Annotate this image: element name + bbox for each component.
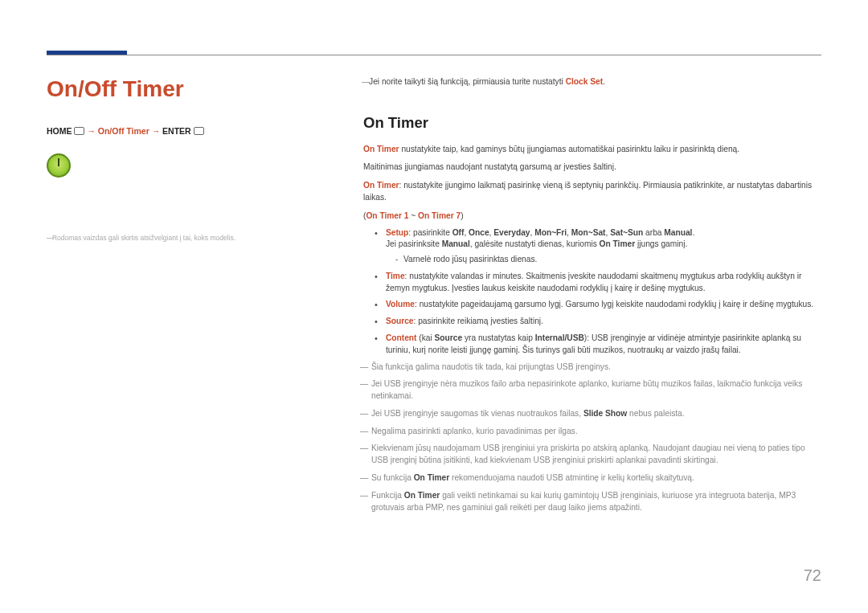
text: , galėsite nustatyti dienas, kuriomis [470,239,600,248]
text: yra nustatytas kaip [462,333,535,342]
breadcrumb-arrow: → [152,126,162,136]
breadcrumb-arrow: → [87,126,97,136]
note-item: Jei USB įrenginyje nėra muzikos failo ar… [363,378,821,403]
opt-monsat: Mon~Sat [571,228,606,237]
slideshow-label: Slide Show [583,409,627,418]
text: įjungs gaminį. [635,239,687,248]
intro-paragraph: On Timer: nustatykite įjungimo laikmatį … [363,180,821,204]
setup-label: Setup [386,228,408,237]
right-column: Jei norite taikyti šią funkciją, pirmiau… [363,76,821,519]
opt-manual: Manual [664,228,692,237]
text: ~ [408,211,418,220]
on-timer-label: On Timer [600,239,636,248]
intro-paragraph: Maitinimas įjungiamas naudojant nustatyt… [363,161,821,174]
intro-paragraph: On Timer nustatykite taip, kad gaminys b… [363,144,821,156]
note-item: Su funkcija On Timer rekomenduojama naud… [363,472,821,484]
note-item: Negalima pasirinkti aplanko, kurio pavad… [363,426,821,438]
breadcrumb-enter: ENTER [162,126,191,136]
clock-set-label: Clock Set [566,77,603,86]
content-item: Content (kai Source yra nustatytas kaip … [378,333,821,357]
text: Su funkcija [371,473,414,482]
source-item: Source: pasirinkite reikiamą įvesties ša… [378,316,821,328]
breadcrumb-home: HOME [47,126,72,136]
on-timer-1-label: On Timer 1 [366,211,408,220]
model-disclaimer: Rodomas vaizdas gali skirtis atsižvelgia… [47,234,320,242]
enter-icon [194,127,204,135]
breadcrumb: HOME → On/Off Timer → ENTER [47,126,320,136]
left-column: On/Off Timer HOME → On/Off Timer → ENTER… [47,76,320,242]
section-heading: On Timer [363,112,821,134]
text: arba [643,228,664,237]
time-label: Time [386,272,405,280]
time-item: Time: nustatykite valandas ir minutes. S… [378,271,821,295]
content-label: Content [386,333,416,342]
option-list: Setup: pasirinkite Off, Once, Everyday, … [378,227,821,357]
text: : nustatykite pageidaujamą garsumo lygį.… [415,300,813,309]
text: Funkcija [371,491,404,500]
home-icon [74,127,84,135]
opt-monfri: Mon~Fri [534,228,567,237]
opt-satsun: Sat~Sun [610,228,643,237]
text: nebus paleista. [627,409,684,418]
note-item: Šia funkcija galima naudotis tik tada, k… [363,362,821,374]
on-timer-7-label: On Timer 7 [418,211,461,220]
opt-everyday: Everyday [493,228,530,237]
opt-off: Off [452,228,465,237]
source-label: Source [435,333,463,342]
text: Jei pasirinksite [386,239,442,248]
page-title: On/Off Timer [47,76,320,102]
notes-list: Šia funkcija galima naudotis tik tada, k… [363,362,821,514]
text: . [603,77,605,86]
text: : pasirinkite [408,228,452,237]
note-item: Jei USB įrenginyje saugomas tik vienas n… [363,408,821,420]
breadcrumb-onofftimer: On/Off Timer [98,126,149,136]
source-label: Source [386,317,414,325]
text: . [692,228,694,237]
note-item: Kiekvienam jūsų naudojamam USB įrenginiu… [363,443,821,467]
page-number: 72 [804,566,821,585]
internal-usb-label: Internal/USB [535,333,584,342]
on-timer-label: On Timer [363,181,399,190]
timer-dial-icon [47,153,71,178]
text: Jei USB įrenginyje saugomas tik vienas n… [371,409,583,418]
on-timer-label: On Timer [404,491,440,500]
volume-label: Volume [386,300,415,309]
opt-once: Once [469,228,489,237]
volume-item: Volume: nustatykite pageidaujamą garsumo… [378,299,821,311]
sub-note: Varnelė rodo jūsų pasirinktas dienas. [395,254,821,266]
setup-item: Setup: pasirinkite Off, Once, Everyday, … [378,227,821,266]
text: Jei norite taikyti šią funkciją, pirmiau… [369,77,566,86]
timer-range: (On Timer 1 ~ On Timer 7) [363,210,821,223]
text: nustatykite taip, kad gaminys būtų įjung… [399,145,740,153]
text: : nustatykite įjungimo laikmatį pasirink… [363,181,812,202]
on-timer-label: On Timer [363,145,399,153]
text: : pasirinkite reikiamą įvesties šaltinį. [414,317,543,325]
horizontal-rule [47,55,821,55]
note-item: Funkcija On Timer gali veikti netinkamai… [363,490,821,514]
text: : nustatykite valandas ir minutes. Skait… [386,272,801,292]
text: (kai [416,333,434,342]
text: rekomenduojama naudoti USB atmintinę ir … [449,473,694,482]
on-timer-label: On Timer [414,473,450,482]
manual-label: Manual [442,239,470,248]
clockset-note: Jei norite taikyti šią funkciją, pirmiau… [363,76,821,88]
text: ) [461,211,463,220]
